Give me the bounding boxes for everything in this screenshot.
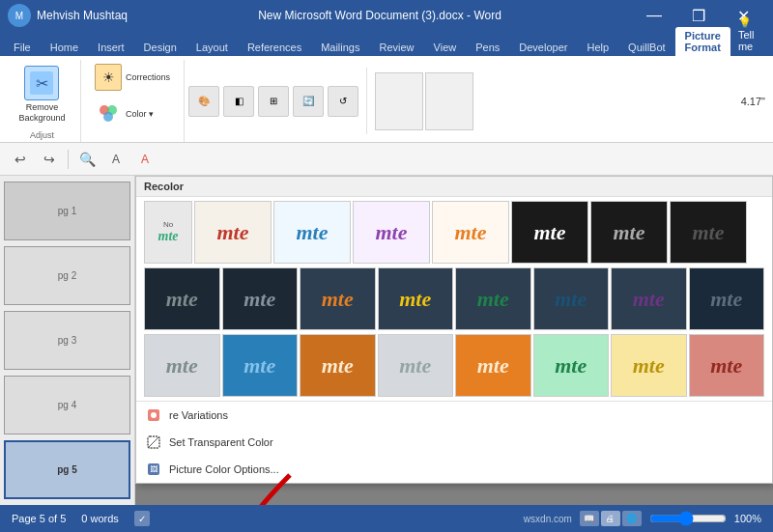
- share-button[interactable]: 🔗 Share: [765, 20, 773, 48]
- recolor-tile-r3-6[interactable]: mte: [533, 334, 610, 397]
- remove-background-label: RemoveBackground: [18, 102, 65, 124]
- tab-references[interactable]: References: [238, 39, 311, 56]
- recolor-row-1: No mte mte mte mte mte mte mte mte: [136, 197, 772, 267]
- sidebar-thumb-4[interactable]: pg 4: [4, 376, 130, 434]
- sidebar-thumb-5[interactable]: pg 5: [4, 440, 130, 499]
- read-view-btn[interactable]: 📖: [580, 511, 599, 526]
- title-bar: M Mehvish Mushtaq New Microsoft Word Doc…: [0, 0, 773, 31]
- tab-picture-format[interactable]: Picture Format: [675, 27, 730, 56]
- recolor-tile-r2-8[interactable]: mte: [689, 267, 765, 330]
- recolor-tile-r2-5[interactable]: mte: [455, 267, 531, 330]
- tab-design[interactable]: Design: [134, 39, 186, 56]
- recolor-tile-r1-6[interactable]: mte: [511, 201, 588, 264]
- tab-help[interactable]: Help: [577, 39, 618, 56]
- sidebar-thumb-2[interactable]: pg 2: [4, 246, 130, 305]
- web-view-btn[interactable]: 🌐: [622, 511, 642, 526]
- recolor-row-3: mte mte mte mte mte mte mte mte: [136, 334, 772, 401]
- font-color-button[interactable]: A: [132, 147, 157, 172]
- recolor-tile-r2-2[interactable]: mte: [222, 267, 299, 330]
- tab-developer[interactable]: Developer: [509, 39, 577, 56]
- recolor-tile-r2-3[interactable]: mte: [300, 267, 376, 330]
- change-picture-btn[interactable]: 🔄: [293, 86, 324, 117]
- tell-me-button[interactable]: 💡 Tell me: [730, 14, 762, 54]
- corrections-icon: ☀: [95, 64, 122, 91]
- tab-insert[interactable]: Insert: [88, 39, 134, 56]
- accessibility-icon[interactable]: ✓: [134, 511, 150, 526]
- tab-layout[interactable]: Layout: [186, 39, 238, 56]
- undo-button[interactable]: ↩: [8, 147, 33, 172]
- zoom-slider[interactable]: [649, 513, 727, 524]
- reset-picture-btn[interactable]: ↺: [328, 86, 358, 117]
- picture-variations-icon: [146, 407, 161, 423]
- svg-text:✂: ✂: [36, 75, 48, 92]
- recolor-tile-r2-4[interactable]: mte: [378, 267, 454, 330]
- recolor-tile-r2-1[interactable]: mte: [144, 267, 220, 330]
- recolor-tile-r2-6[interactable]: mte: [533, 267, 610, 330]
- no-recolor-tile[interactable]: No mte: [144, 201, 192, 264]
- recolor-tile-r1-8[interactable]: mte: [670, 201, 747, 264]
- recolor-tile-r1-3[interactable]: mte: [273, 201, 351, 264]
- corrections-button[interactable]: ☀ Corrections: [89, 60, 176, 95]
- document-area: mte mte mte mte mte mte mte Recolor No m…: [135, 176, 773, 505]
- print-view-btn[interactable]: 🖨: [601, 511, 620, 526]
- tab-view[interactable]: View: [424, 39, 467, 56]
- ribbon-picture-tools: 🎨 ◧ ⊞ 🔄 ↺: [188, 64, 358, 138]
- recolor-tile-r3-3[interactable]: mte: [300, 334, 376, 397]
- main-content: pg 1 pg 2 pg 3 pg 4 pg 5 mte mte mte mte…: [0, 176, 773, 505]
- status-bar-right: wsxdn.com 📖 🖨 🌐 100%: [524, 511, 761, 526]
- minimize-button[interactable]: —: [632, 0, 676, 31]
- tab-home[interactable]: Home: [41, 39, 88, 56]
- tab-file[interactable]: File: [4, 39, 41, 56]
- pic-style-2[interactable]: [425, 72, 473, 130]
- zoom-level: 100%: [734, 513, 761, 524]
- pic-style-1[interactable]: [375, 72, 423, 130]
- toolbar-divider: [68, 150, 69, 169]
- recolor-tile-r1-5[interactable]: mte: [432, 201, 509, 264]
- ribbon-group-remove-bg: ✂ RemoveBackground Adjust: [4, 60, 81, 142]
- tab-quillbot[interactable]: QuillBot: [618, 39, 675, 56]
- color-icon: [95, 100, 122, 127]
- recolor-tile-r3-1[interactable]: mte: [144, 334, 220, 397]
- font-button[interactable]: A: [103, 147, 129, 172]
- brand-label: wsxdn.com: [524, 514, 572, 524]
- set-transparent-label: Set Transparent Color: [169, 436, 273, 448]
- recolor-tile-r3-8[interactable]: mte: [689, 334, 765, 397]
- artistic-effects-btn[interactable]: 🎨: [188, 86, 219, 117]
- recolor-tile-r1-2[interactable]: mte: [194, 201, 272, 264]
- recolor-tile-r3-2[interactable]: mte: [222, 334, 299, 397]
- recolor-tile-r1-7[interactable]: mte: [590, 201, 668, 264]
- recolor-tile-r3-4[interactable]: mte: [378, 334, 454, 397]
- sidebar-thumb-1[interactable]: pg 1: [4, 182, 130, 240]
- picture-variations-item[interactable]: re Variations: [136, 402, 772, 429]
- svg-text:🖼: 🖼: [150, 465, 157, 474]
- set-transparent-color-item[interactable]: Set Transparent Color: [136, 429, 772, 456]
- tab-mailings[interactable]: Mailings: [311, 39, 369, 56]
- recolor-tile-r2-7[interactable]: mte: [611, 267, 687, 330]
- ribbon-other: 🎨 ◧ ⊞ 🔄 ↺ 4.17": [185, 60, 769, 142]
- title-bar-username: Mehvish Mushtaq: [37, 9, 128, 22]
- sidebar-thumb-3[interactable]: pg 3: [4, 311, 130, 370]
- title-bar-user: M Mehvish Mushtaq: [8, 4, 128, 27]
- svg-point-4: [103, 112, 113, 122]
- picture-color-options-item[interactable]: 🖼 Picture Color Options...: [136, 456, 772, 483]
- recolor-menu: re Variations Set Transparent Color 🖼 Pi…: [136, 401, 772, 483]
- recolor-tile-r3-5[interactable]: mte: [455, 334, 531, 397]
- tab-pens[interactable]: Pens: [466, 39, 509, 56]
- page-info: Page 5 of 5: [12, 513, 66, 524]
- recolor-tile-r1-4[interactable]: mte: [353, 201, 430, 264]
- color-button[interactable]: Color ▾: [89, 97, 159, 131]
- ribbon-tabs: File Home Insert Design Layout Reference…: [0, 31, 773, 56]
- svg-point-6: [151, 412, 157, 418]
- picture-styles-group: [375, 64, 473, 138]
- size-group: 4.17": [741, 64, 765, 138]
- toolbar-row: ↩ ↪ 🔍 A A: [0, 143, 773, 176]
- transparency-btn[interactable]: ◧: [223, 86, 254, 117]
- recolor-tile-r3-7[interactable]: mte: [611, 334, 687, 397]
- tab-review[interactable]: Review: [370, 39, 424, 56]
- compress-pictures-btn[interactable]: ⊞: [258, 86, 289, 117]
- redo-button[interactable]: ↪: [37, 147, 62, 172]
- zoom-out-button[interactable]: 🔍: [74, 147, 100, 172]
- recolor-header: Recolor: [136, 177, 772, 197]
- remove-background-button[interactable]: ✂ RemoveBackground: [13, 62, 71, 127]
- corrections-label: Corrections: [126, 72, 170, 83]
